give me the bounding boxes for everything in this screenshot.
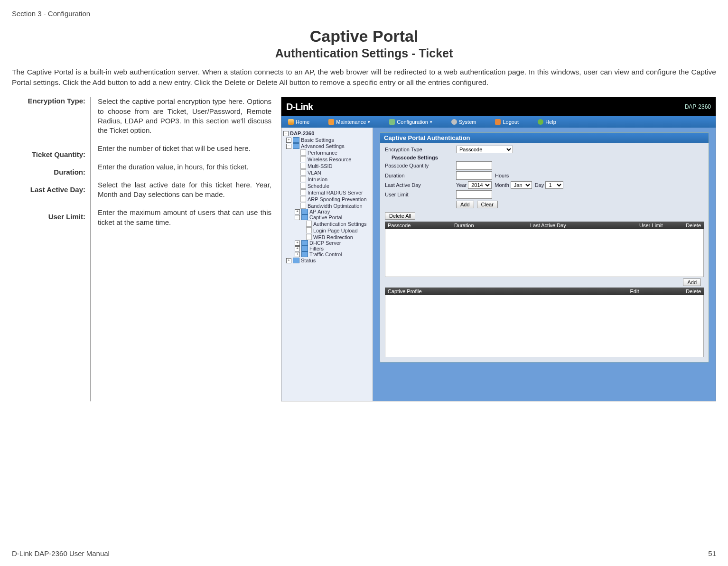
tree-icon xyxy=(389,119,395,125)
plus-icon[interactable]: + xyxy=(295,241,300,246)
month-label: Month xyxy=(495,182,509,188)
add-profile-button[interactable]: Add xyxy=(683,278,701,286)
def-desc-user-limit: Enter the maximum amount of users that c… xyxy=(98,208,271,227)
col-delete: Delete xyxy=(677,223,701,228)
clear-button[interactable]: Clear xyxy=(477,201,498,208)
def-desc-encryption: Select the captive portal encryption typ… xyxy=(98,97,271,135)
def-desc-ticket-qty: Enter the number of ticket that will be … xyxy=(98,144,271,153)
tree-basic-label: Basic Settings xyxy=(301,137,334,143)
minus-icon[interactable]: − xyxy=(286,144,291,149)
encryption-type-label: Encryption Type xyxy=(385,147,456,152)
tree-root-label: DAP-2360 xyxy=(290,130,314,136)
tree-ap-array[interactable]: +AP Array xyxy=(295,209,371,214)
tree-filters[interactable]: +Filters xyxy=(295,246,371,251)
plus-icon[interactable]: + xyxy=(286,258,291,263)
menu-help-label: Help xyxy=(545,119,556,125)
page-icon xyxy=(306,221,312,227)
plus-icon[interactable]: + xyxy=(295,252,300,257)
def-label-last-active: Last Active Day: xyxy=(12,186,85,194)
profile-table-header: Captive Profile Edit Delete xyxy=(385,288,704,295)
menu-home[interactable]: Home xyxy=(288,119,309,125)
tree-captive-portal[interactable]: −Captive Portal xyxy=(295,214,371,220)
col-userlimit: User Limit xyxy=(639,223,677,228)
folder-icon xyxy=(293,137,299,143)
definitions: Encryption Type: Ticket Quantity: Durati… xyxy=(12,97,271,401)
menu-help[interactable]: Help xyxy=(538,119,556,125)
add-button[interactable]: Add xyxy=(456,201,474,208)
month-select[interactable]: Jan xyxy=(511,181,532,189)
tree-basic-settings[interactable]: +Basic Settings xyxy=(286,137,371,143)
main-panel-area: Captive Portal Authentication Encryption… xyxy=(373,128,716,401)
duration-input[interactable] xyxy=(456,171,492,180)
user-limit-input[interactable] xyxy=(456,190,492,199)
tree-leaf-arp[interactable]: ARP Spoofing Prevention xyxy=(300,196,371,202)
help-icon xyxy=(538,119,543,125)
menu-configuration-label: Configuration xyxy=(397,119,428,125)
tree-status[interactable]: +Status xyxy=(286,258,371,263)
page-icon xyxy=(300,169,306,176)
plus-icon[interactable]: + xyxy=(295,246,300,251)
page-icon xyxy=(300,189,306,195)
day-select[interactable]: 1 xyxy=(545,181,563,189)
intro-paragraph: The Captive Portal is a built-in web aut… xyxy=(12,67,716,87)
home-icon xyxy=(288,119,294,125)
page-icon xyxy=(300,149,306,156)
menu-maintenance[interactable]: Maintenance▾ xyxy=(328,119,370,125)
panel-title: Captive Portal Authentication xyxy=(384,134,470,141)
page-icon xyxy=(300,156,306,162)
def-label-encryption: Encryption Type: xyxy=(12,97,85,105)
col-duration: Duration xyxy=(454,223,530,228)
tree-leaf-schedule[interactable]: Schedule xyxy=(300,183,371,189)
plus-icon[interactable]: + xyxy=(295,209,300,214)
duration-label: Duration xyxy=(385,173,456,178)
menu-logout[interactable]: Logout xyxy=(495,119,519,125)
tree-dhcp-server[interactable]: +DHCP Server xyxy=(295,240,371,246)
col-profile: Captive Profile xyxy=(388,288,606,294)
tree-leaf-radius[interactable]: Internal RADIUS Server xyxy=(300,189,371,195)
menubar: Home Maintenance▾ Configuration▾ System … xyxy=(281,116,716,128)
wrench-icon xyxy=(328,119,334,125)
menu-configuration[interactable]: Configuration▾ xyxy=(389,119,432,125)
menu-maintenance-label: Maintenance xyxy=(336,119,366,125)
passcode-quantity-input[interactable] xyxy=(456,161,492,170)
tree-leaf-vlan[interactable]: VLAN xyxy=(300,169,371,176)
tree-leaf-login-page[interactable]: Login Page Upload xyxy=(306,227,371,233)
folder-icon xyxy=(293,143,299,149)
menu-system-label: System xyxy=(459,119,476,125)
def-label-duration: Duration: xyxy=(12,168,85,176)
tree-leaf-web-redirect[interactable]: WEB Redirection xyxy=(306,234,371,240)
year-label: Year xyxy=(456,182,467,188)
tree-traffic-control[interactable]: +Traffic Control xyxy=(295,251,371,257)
year-select[interactable]: 2014 xyxy=(468,181,492,189)
minus-icon[interactable]: − xyxy=(295,215,300,220)
folder-icon xyxy=(301,240,308,246)
tree-leaf-intrusion[interactable]: Intrusion xyxy=(300,176,371,182)
passcode-table-header: Passcode Duration Last Active Day User L… xyxy=(385,222,704,229)
page-title: Captive Portal xyxy=(12,27,716,46)
tree-leaf-wireless-resource[interactable]: Wireless Resource xyxy=(300,156,371,162)
folder-icon xyxy=(301,214,308,220)
passcode-quantity-label: Passcode Quantity xyxy=(385,163,456,168)
passcode-table-body xyxy=(385,229,704,277)
encryption-type-select[interactable]: Passcode xyxy=(456,146,513,153)
delete-all-button[interactable]: Delete All xyxy=(385,212,415,220)
logout-icon xyxy=(495,119,501,125)
user-limit-label: User Limit xyxy=(385,192,456,197)
menu-system[interactable]: System xyxy=(451,119,476,125)
page-icon xyxy=(300,203,306,209)
day-label: Day xyxy=(535,182,544,188)
chevron-down-icon: ▾ xyxy=(430,120,432,124)
tree-leaf-multi-ssid[interactable]: Multi-SSID xyxy=(300,163,371,169)
tree-leaf-bandwidth[interactable]: Bandwidth Optimization xyxy=(300,203,371,209)
passcode-settings-heading: Passcode Settings xyxy=(392,155,704,160)
tree-advanced-settings[interactable]: −Advanced Settings xyxy=(286,143,371,149)
profile-table-body xyxy=(385,295,704,357)
page-icon xyxy=(306,234,312,240)
tree-leaf-auth-settings[interactable]: Authentication Settings xyxy=(306,221,371,227)
tree-leaf-performance[interactable]: Performance xyxy=(300,149,371,156)
tree-root[interactable]: −DAP-2360 xyxy=(283,130,371,136)
def-desc-duration: Enter the duration value, in hours, for … xyxy=(98,162,271,172)
col-delete2: Delete xyxy=(663,288,701,294)
plus-icon[interactable]: + xyxy=(286,138,291,143)
minus-icon[interactable]: − xyxy=(283,131,289,136)
